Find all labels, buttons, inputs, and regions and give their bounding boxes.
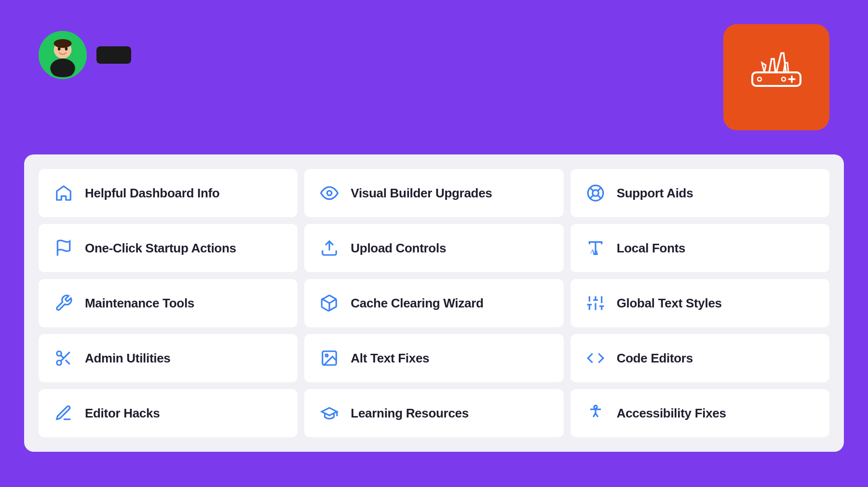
svg-point-12 <box>327 191 332 195</box>
svg-point-2 <box>50 58 75 77</box>
avatar <box>39 31 87 79</box>
main-card: Helpful Dashboard InfoVisual Builder Upg… <box>24 154 844 452</box>
grid-item-editor-hacks[interactable]: Editor Hacks <box>39 389 298 437</box>
edit-icon <box>53 403 74 424</box>
grid-item-helpful-dashboard-info[interactable]: Helpful Dashboard Info <box>39 169 298 217</box>
grid-item-one-click-startup-actions[interactable]: One-Click Startup Actions <box>39 224 298 272</box>
type-icon: Aa <box>585 237 606 259</box>
header <box>0 0 868 154</box>
swiss-army-knife-icon <box>738 39 815 116</box>
item-label-one-click-startup-actions: One-Click Startup Actions <box>85 241 236 256</box>
grid-item-code-editors[interactable]: Code Editors <box>570 334 829 382</box>
eye-icon <box>319 182 340 204</box>
svg-point-41 <box>594 405 597 408</box>
svg-point-14 <box>592 190 598 196</box>
item-label-code-editors: Code Editors <box>617 351 693 366</box>
graduation-icon <box>319 403 340 424</box>
accessibility-icon <box>585 403 606 424</box>
svg-text:Aa: Aa <box>590 248 598 255</box>
item-label-helpful-dashboard-info: Helpful Dashboard Info <box>85 186 219 201</box>
grid-item-upload-controls[interactable]: Upload Controls <box>304 224 563 272</box>
item-label-support-aids: Support Aids <box>617 186 693 201</box>
svg-line-17 <box>597 188 601 191</box>
scissors-icon <box>53 348 74 369</box>
grid-item-visual-builder-upgrades[interactable]: Visual Builder Upgrades <box>304 169 563 217</box>
svg-point-11 <box>782 77 786 81</box>
grid-item-admin-utilities[interactable]: Admin Utilities <box>39 334 298 382</box>
svg-line-37 <box>66 360 70 364</box>
header-left <box>39 19 131 79</box>
image-icon <box>319 348 340 369</box>
item-label-alt-text-fixes: Alt Text Fixes <box>351 351 429 366</box>
svg-line-38 <box>61 355 64 358</box>
grid-item-global-text-styles[interactable]: Global Text Styles <box>570 279 829 327</box>
grid-item-alt-text-fixes[interactable]: Alt Text Fixes <box>304 334 563 382</box>
sliders-icon <box>585 292 606 314</box>
svg-line-15 <box>590 188 593 191</box>
item-label-global-text-styles: Global Text Styles <box>617 296 722 311</box>
item-label-learning-resources: Learning Resources <box>351 406 469 421</box>
item-label-visual-builder-upgrades: Visual Builder Upgrades <box>351 186 492 201</box>
svg-point-35 <box>57 361 62 365</box>
item-label-local-fonts: Local Fonts <box>617 241 686 256</box>
subtitle-row <box>39 31 131 79</box>
home-icon <box>53 182 74 204</box>
life-buoy-icon <box>585 182 606 204</box>
item-label-editor-hacks: Editor Hacks <box>85 406 160 421</box>
item-label-admin-utilities: Admin Utilities <box>85 351 171 366</box>
item-label-upload-controls: Upload Controls <box>351 241 446 256</box>
grid-item-maintenance-tools[interactable]: Maintenance Tools <box>39 279 298 327</box>
logo-box <box>723 24 829 130</box>
svg-line-18 <box>590 195 593 198</box>
code-icon <box>585 348 606 369</box>
grid-item-support-aids[interactable]: Support Aids <box>570 169 829 217</box>
svg-line-16 <box>597 195 601 198</box>
flag-icon <box>53 237 74 259</box>
grid-item-local-fonts[interactable]: AaLocal Fonts <box>570 224 829 272</box>
wrench-icon <box>53 292 74 314</box>
svg-point-10 <box>758 77 761 81</box>
svg-point-34 <box>57 351 62 356</box>
svg-point-6 <box>54 39 72 48</box>
grid-item-accessibility-fixes[interactable]: Accessibility Fixes <box>570 389 829 437</box>
items-grid: Helpful Dashboard InfoVisual Builder Upg… <box>39 169 829 437</box>
subtitle-badge <box>96 46 131 64</box>
item-label-maintenance-tools: Maintenance Tools <box>85 296 194 311</box>
grid-item-learning-resources[interactable]: Learning Resources <box>304 389 563 437</box>
cache-icon <box>319 292 340 314</box>
item-label-cache-clearing-wizard: Cache Clearing Wizard <box>351 296 483 311</box>
grid-item-cache-clearing-wizard[interactable]: Cache Clearing Wizard <box>304 279 563 327</box>
svg-point-40 <box>326 354 328 357</box>
upload-icon <box>319 237 340 259</box>
item-label-accessibility-fixes: Accessibility Fixes <box>617 406 726 421</box>
